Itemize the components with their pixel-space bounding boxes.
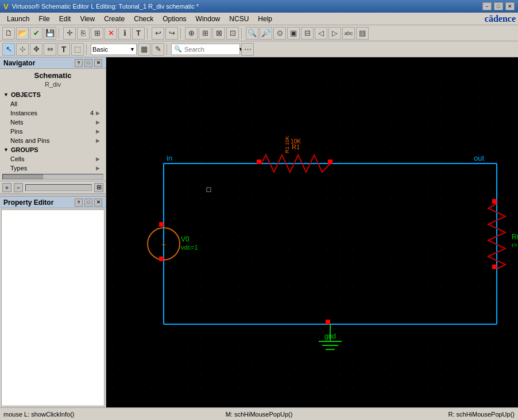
search-options-btn[interactable]: ⋯ — [241, 43, 254, 56]
copy-button[interactable]: ⎘ — [77, 27, 90, 40]
svg-rect-10 — [257, 160, 261, 164]
add-btn3[interactable]: ⊠ — [212, 27, 225, 40]
mirror-button[interactable]: ⊞ — [91, 27, 103, 40]
select-btn[interactable]: ↖ — [2, 43, 15, 56]
svg-text:+: + — [161, 240, 166, 249]
prop-btn[interactable]: ▦ — [138, 43, 150, 56]
nav-bottom-btns: + − — [2, 183, 23, 192]
nav-remove-btn[interactable]: − — [14, 183, 23, 192]
zoom-box-button[interactable]: ▣ — [287, 27, 300, 40]
save2-button[interactable]: 💾 — [44, 27, 56, 40]
menu-window[interactable]: Window — [191, 14, 225, 24]
schematic-canvas[interactable]: R1 10K R1 10K + V0 vdc=1 — [106, 57, 518, 407]
open-button[interactable]: 📂 — [16, 27, 29, 40]
edit-btn[interactable]: ✎ — [152, 43, 164, 56]
svg-rect-21 — [159, 222, 164, 227]
cadence-logo: cādence — [485, 14, 516, 24]
menu-options[interactable]: Options — [158, 14, 191, 24]
new-button[interactable]: 🗋 — [2, 27, 15, 40]
nav-prev-button[interactable]: ◁ — [315, 27, 327, 40]
nav-item-nets[interactable]: Nets ▶ — [0, 118, 106, 127]
zoom-in-button[interactable]: 🔍 — [246, 27, 258, 40]
sep4 — [241, 28, 243, 39]
left-panel: Navigator ? □ ✕ Schematic R_div OBJECTS … — [0, 57, 106, 407]
nav-item-types[interactable]: Types ▶ — [0, 164, 106, 173]
nav-item-all[interactable]: All — [0, 99, 106, 108]
prop-settings-icon[interactable]: □ — [84, 199, 92, 207]
objects-section[interactable]: OBJECTS — [0, 90, 106, 99]
stretch-btn[interactable]: ⇔ — [44, 43, 56, 56]
search-box[interactable]: 🔍 ▼ — [171, 44, 240, 55]
svg-rect-36 — [326, 320, 330, 324]
prop-help-icon[interactable]: ? — [75, 199, 83, 207]
info-button[interactable]: ℹ — [118, 27, 131, 40]
property-editor-title: Property Editor — [3, 199, 53, 207]
navigator-scroll-thumb[interactable] — [3, 174, 43, 179]
sep3 — [180, 28, 183, 39]
zoom-fit-button[interactable]: ⊙ — [273, 27, 286, 40]
pointer-btn[interactable]: ⊹ — [16, 43, 29, 56]
svg-text:r=10K: r=10K — [512, 242, 518, 248]
menu-ncsu[interactable]: NCSU — [225, 14, 253, 24]
window-title: Virtuoso® Schematic Editor L Editing: Tu… — [12, 3, 199, 10]
delete-button[interactable]: ✕ — [105, 27, 117, 40]
property-editor-header: Property Editor ? □ ✕ — [0, 197, 106, 208]
menu-help[interactable]: Help — [253, 14, 277, 24]
label-button[interactable]: abc — [342, 27, 355, 40]
nav-item-instances[interactable]: Instances 4 ▶ — [0, 108, 106, 118]
menu-create[interactable]: Create — [99, 14, 129, 24]
status-right: R: schHiMousePopUp() — [344, 411, 515, 418]
text-button[interactable]: T — [132, 27, 145, 40]
nav-add-btn[interactable]: + — [2, 183, 11, 192]
instances-arrow: ▶ — [96, 110, 100, 116]
menu-file[interactable]: File — [34, 14, 54, 24]
move-button[interactable]: ✛ — [63, 27, 76, 40]
search-input[interactable] — [184, 46, 236, 53]
nets-arrow: ▶ — [96, 119, 100, 125]
add-btn1[interactable]: ⊕ — [185, 27, 198, 40]
schematic-svg: R1 10K R1 10K + V0 vdc=1 — [106, 57, 518, 407]
menu-launch[interactable]: Launch — [2, 14, 34, 24]
pan-button[interactable]: ⊟ — [301, 27, 314, 40]
navigator-settings-icon[interactable]: □ — [84, 59, 92, 67]
minimize-button[interactable]: − — [482, 2, 492, 10]
close-button[interactable]: ✕ — [505, 2, 515, 10]
schema-sub: R_div — [0, 81, 106, 90]
svg-text:out: out — [474, 154, 484, 162]
deselect-btn[interactable]: ⬚ — [71, 43, 84, 56]
navigator-panel: Navigator ? □ ✕ Schematic R_div OBJECTS … — [0, 57, 106, 193]
menu-check[interactable]: Check — [129, 14, 158, 24]
schema-name: Schematic — [0, 69, 106, 81]
undo-button[interactable]: ↩ — [152, 27, 164, 40]
prop-close-icon[interactable]: ✕ — [94, 199, 102, 207]
groups-section[interactable]: GROUPS — [0, 145, 106, 154]
nav-item-cells-label: Cells — [10, 155, 24, 162]
nav-next-button[interactable]: ▷ — [328, 27, 341, 40]
zoom-out-button[interactable]: 🔎 — [260, 27, 272, 40]
navigator-title: Navigator — [3, 59, 35, 67]
mode-select[interactable]: Basic ▼ — [91, 44, 137, 55]
add-btn4[interactable]: ⊡ — [226, 27, 239, 40]
maximize-button[interactable]: □ — [494, 2, 503, 10]
navigator-help-icon[interactable]: ? — [75, 59, 83, 67]
sep5 — [86, 44, 88, 55]
property-editor-panel: Property Editor ? □ ✕ — [0, 197, 106, 407]
nav-item-nets-and-pins[interactable]: Nets and Pins ▶ — [0, 136, 106, 145]
window-controls: − □ ✕ — [482, 2, 515, 10]
menu-edit[interactable]: Edit — [55, 14, 76, 24]
nav-item-pins[interactable]: Pins ▶ — [0, 127, 106, 136]
text-edit-btn[interactable]: T — [57, 43, 70, 56]
nav-item-cells[interactable]: Cells ▶ — [0, 154, 106, 164]
nav-expand-btn[interactable]: ⊞ — [94, 183, 103, 192]
navigator-scrollbar[interactable] — [2, 174, 103, 180]
menu-view[interactable]: View — [75, 14, 99, 24]
svg-text:R1  10K: R1 10K — [284, 136, 290, 153]
move-btn[interactable]: ✥ — [30, 43, 42, 56]
navigator-close-icon[interactable]: ✕ — [94, 59, 102, 67]
save-button[interactable]: ✔ — [30, 27, 42, 40]
redo-button[interactable]: ↪ — [165, 27, 178, 40]
nav-h-scrollbar[interactable] — [25, 184, 92, 191]
add-btn2[interactable]: ⊞ — [199, 27, 211, 40]
check-button[interactable]: ▤ — [356, 27, 369, 40]
svg-text:10K: 10K — [291, 138, 301, 145]
